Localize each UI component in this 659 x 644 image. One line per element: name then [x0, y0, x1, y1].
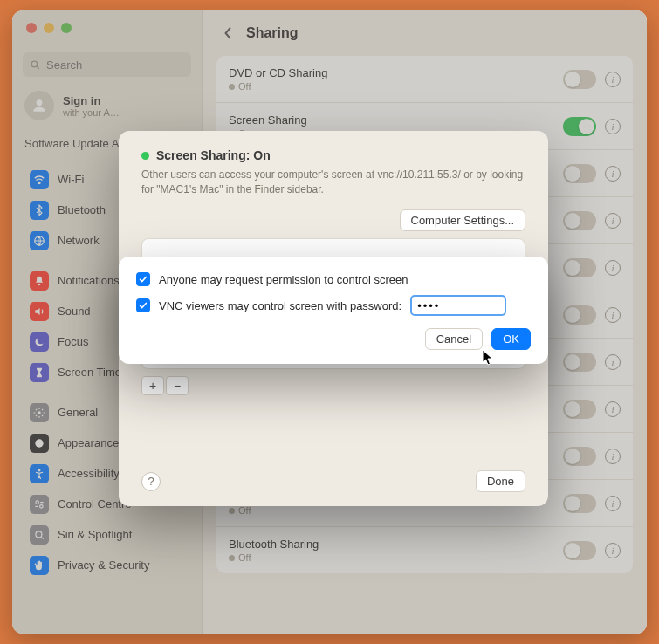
- vnc-password-input[interactable]: [410, 295, 506, 316]
- sheet-description: Other users can access your computer's s…: [141, 168, 525, 197]
- computer-settings-button[interactable]: Computer Settings...: [400, 209, 526, 231]
- list-add-remove: + −: [141, 376, 525, 395]
- option-vnc-label: VNC viewers may control screen with pass…: [159, 299, 402, 312]
- cancel-button[interactable]: Cancel: [425, 328, 483, 350]
- done-button[interactable]: Done: [476, 470, 525, 492]
- checkbox-checked-icon[interactable]: [136, 298, 150, 312]
- sheet-status-label: Screen Sharing: On: [156, 148, 271, 162]
- ok-button[interactable]: OK: [491, 328, 531, 350]
- add-user-button[interactable]: +: [141, 376, 164, 395]
- status-dot-on-icon: [141, 152, 149, 160]
- option-anyone-request[interactable]: Anyone may request permission to control…: [136, 272, 531, 286]
- sheet-status: Screen Sharing: On: [141, 148, 525, 162]
- remove-user-button[interactable]: −: [166, 376, 189, 395]
- help-button[interactable]: ?: [141, 472, 161, 491]
- option-vnc-password[interactable]: VNC viewers may control screen with pass…: [136, 295, 531, 316]
- computer-settings-dialog: Anyone may request permission to control…: [119, 257, 548, 364]
- checkbox-checked-icon[interactable]: [136, 272, 150, 286]
- option-anyone-label: Anyone may request permission to control…: [159, 273, 408, 286]
- mouse-cursor-icon: [482, 349, 494, 367]
